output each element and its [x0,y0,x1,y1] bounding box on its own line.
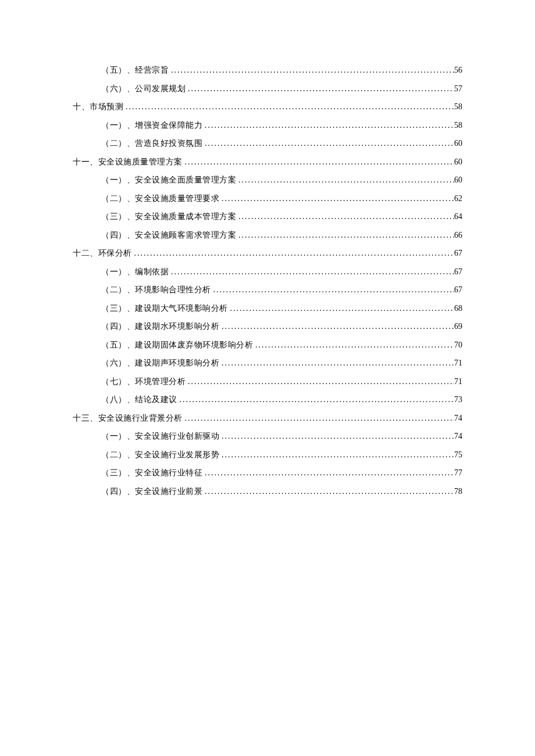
toc-leader-dots [202,119,454,131]
table-of-contents: （五）、经营宗旨 56 （六）、公司发展规划 57 十、市场预测 58 （一）、… [73,64,462,497]
toc-entry-page: 64 [454,210,462,223]
toc-entry-page: 73 [454,393,462,406]
toc-leader-dots [228,302,455,314]
toc-leader-dots [169,64,454,76]
toc-entry-page: 69 [454,320,462,332]
toc-entry-label: （二）、安全设施质量管理要求 [101,192,219,205]
toc-entry-page: 60 [454,174,462,186]
toc-entry-label: 十、市场预测 [73,101,123,113]
toc-entry-page: 67 [454,284,462,296]
toc-entry-label: （二）、安全设施行业发展形势 [101,449,219,461]
toc-entry-label: （四）、安全设施顾客需求管理方案 [101,229,236,241]
toc-entry: （五）、建设期固体废弃物环境影响分析 70 [73,339,462,351]
toc-entry-label: （一）、编制依据 [101,266,169,278]
toc-entry-page: 78 [454,485,462,497]
toc-entry-label: （七）、环境管理分析 [101,375,186,388]
toc-entry: （一）、安全设施全面质量管理方案 60 [73,174,462,186]
toc-leader-dots [177,393,455,406]
toc-entry-page: 60 [454,156,462,168]
toc-leader-dots [183,412,455,424]
toc-entry: （六）、建设期声环境影响分析 71 [73,357,462,369]
toc-entry-page: 71 [454,375,462,388]
toc-entry-page: 70 [454,339,462,351]
toc-leader-dots [219,192,454,205]
toc-leader-dots [211,284,455,296]
toc-leader-dots [183,156,455,168]
toc-entry-page: 77 [454,467,462,479]
toc-entry: （七）、环境管理分析 71 [73,375,462,388]
toc-entry-page: 56 [454,64,462,76]
toc-entry: （三）、安全设施行业特征 77 [73,467,462,479]
toc-entry: （一）、安全设施行业创新驱动 74 [73,430,462,442]
toc-entry-page: 68 [454,302,462,314]
toc-entry: （四）、建设期水环境影响分析 69 [73,320,462,332]
toc-entry-label: （四）、建设期水环境影响分析 [101,320,219,332]
toc-entry: 十、市场预测 58 [73,101,462,113]
toc-leader-dots [123,101,454,113]
toc-leader-dots [202,137,454,149]
toc-leader-dots [236,229,454,241]
toc-entry-label: （八）、结论及建议 [101,393,177,406]
toc-entry: （八）、结论及建议 73 [73,393,462,406]
toc-entry-page: 58 [454,101,462,113]
toc-leader-dots [186,83,454,95]
toc-entry: （二）、环境影响合理性分析 67 [73,284,462,296]
toc-entry-page: 71 [454,357,462,369]
toc-leader-dots [219,430,454,442]
toc-entry-page: 67 [454,247,462,259]
toc-entry: （一）、编制依据 67 [73,266,462,278]
toc-entry-page: 75 [454,449,462,461]
toc-entry-label: （三）、建设期大气环境影响分析 [101,302,228,314]
toc-entry-page: 58 [454,119,462,131]
toc-entry-page: 66 [454,229,462,241]
toc-entry: （四）、安全设施行业前景 78 [73,485,462,497]
toc-entry-page: 57 [454,83,462,95]
toc-leader-dots [202,485,454,497]
toc-entry: 十三、安全设施行业背景分析 74 [73,412,462,424]
toc-entry-label: （一）、安全设施全面质量管理方案 [101,174,236,186]
toc-entry-label: （二）、营造良好投资氛围 [101,137,202,149]
toc-entry-label: （一）、增强资金保障能力 [101,119,202,131]
toc-entry: （五）、经营宗旨 56 [73,64,462,76]
toc-leader-dots [132,247,455,259]
toc-leader-dots [169,266,454,278]
toc-leader-dots [202,467,454,479]
toc-entry-page: 74 [454,412,462,424]
toc-leader-dots [219,357,454,369]
toc-leader-dots [253,339,454,351]
toc-entry: （六）、公司发展规划 57 [73,83,462,95]
toc-leader-dots [236,210,454,223]
toc-entry-label: （二）、环境影响合理性分析 [101,284,211,296]
toc-entry: （二）、营造良好投资氛围 60 [73,137,462,149]
toc-entry: （三）、建设期大气环境影响分析 68 [73,302,462,314]
toc-entry: （二）、安全设施质量管理要求 62 [73,192,462,205]
toc-entry-label: （六）、公司发展规划 [101,83,186,95]
toc-entry: （三）、安全设施质量成本管理方案 64 [73,210,462,223]
toc-entry-label: 十三、安全设施行业背景分析 [73,412,183,424]
toc-entry-page: 62 [454,192,462,205]
toc-leader-dots [219,449,454,461]
toc-entry-label: （五）、建设期固体废弃物环境影响分析 [101,339,253,351]
toc-entry-label: （一）、安全设施行业创新驱动 [101,430,219,442]
toc-entry-label: （三）、安全设施行业特征 [101,467,202,479]
toc-entry: （四）、安全设施顾客需求管理方案 66 [73,229,462,241]
toc-entry-label: （六）、建设期声环境影响分析 [101,357,219,369]
toc-leader-dots [186,375,454,388]
toc-entry-page: 60 [454,137,462,149]
toc-leader-dots [219,320,454,332]
toc-entry-label: （五）、经营宗旨 [101,64,169,76]
toc-entry-label: （三）、安全设施质量成本管理方案 [101,210,236,223]
toc-entry: 十二、环保分析 67 [73,247,462,259]
toc-entry: （二）、安全设施行业发展形势 75 [73,449,462,461]
toc-leader-dots [236,174,454,186]
toc-entry-label: 十一、安全设施质量管理方案 [73,156,183,168]
toc-entry-label: （四）、安全设施行业前景 [101,485,202,497]
toc-entry: （一）、增强资金保障能力 58 [73,119,462,131]
toc-entry-page: 74 [454,430,462,442]
toc-entry-label: 十二、环保分析 [73,247,132,259]
toc-entry: 十一、安全设施质量管理方案 60 [73,156,462,168]
toc-entry-page: 67 [454,266,462,278]
